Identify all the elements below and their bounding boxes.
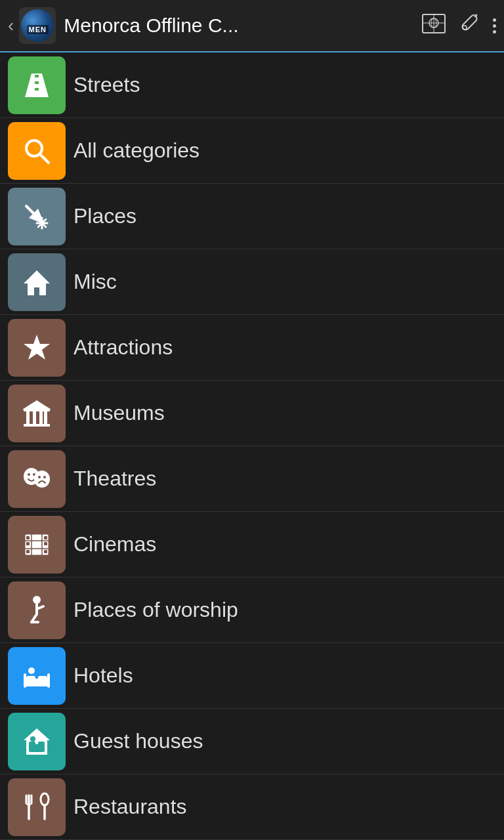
list-item[interactable]: Places [0, 184, 504, 249]
cinemas-label: Cinemas [74, 532, 156, 556]
svg-rect-25 [33, 411, 36, 424]
restaurant-icon [8, 778, 66, 836]
svg-rect-11 [35, 88, 39, 91]
svg-point-59 [30, 736, 35, 742]
list-item[interactable]: Attractions [0, 315, 504, 381]
category-list: Streets All categories Places [0, 52, 504, 840]
svg-point-63 [41, 793, 49, 805]
svg-rect-27 [44, 411, 47, 424]
svg-point-54 [28, 667, 35, 674]
list-item[interactable]: Misc [0, 249, 504, 315]
dot1 [493, 18, 496, 22]
svg-point-33 [38, 476, 41, 478]
list-item[interactable]: Theatres [0, 446, 504, 512]
guest-houses-label: Guest houses [74, 729, 203, 753]
svg-rect-23 [24, 410, 50, 411]
misc-label: Misc [74, 270, 117, 294]
cinema-icon [8, 516, 66, 574]
list-item[interactable]: Places of worship [0, 578, 504, 643]
streets-label: Streets [74, 73, 140, 97]
svg-rect-26 [39, 411, 43, 424]
map-icon[interactable] [422, 14, 446, 38]
list-item[interactable]: Guest houses [0, 709, 504, 774]
svg-point-30 [28, 473, 30, 476]
svg-marker-28 [22, 400, 51, 410]
all-categories-label: All categories [74, 138, 200, 163]
svg-rect-39 [26, 550, 30, 553]
dot3 [493, 30, 496, 33]
svg-rect-52 [24, 673, 26, 688]
svg-rect-50 [26, 676, 35, 682]
svg-rect-42 [44, 550, 47, 553]
worship-icon [8, 581, 66, 639]
attractions-label: Attractions [74, 335, 173, 360]
more-options-icon[interactable] [493, 18, 496, 33]
globe-icon: MEN [21, 9, 54, 42]
svg-point-32 [34, 471, 50, 488]
svg-marker-20 [24, 270, 50, 295]
app-title: Menorca Offline C... [64, 14, 422, 37]
svg-point-34 [43, 476, 46, 478]
museum-icon [8, 385, 66, 442]
svg-rect-24 [26, 411, 30, 424]
restaurants-label: Restaurants [74, 795, 187, 819]
svg-rect-10 [35, 81, 39, 84]
list-item[interactable]: Streets [0, 52, 504, 118]
list-item[interactable]: Cinemas [0, 512, 504, 578]
hotel-icon [8, 647, 66, 705]
header-actions [422, 13, 496, 39]
svg-rect-9 [35, 75, 39, 77]
wrench-icon[interactable] [459, 13, 480, 39]
app-logo: MEN [19, 7, 56, 44]
list-item[interactable]: Restaurants [0, 774, 504, 840]
svg-rect-57 [29, 742, 35, 747]
theatre-icon [8, 450, 66, 508]
svg-rect-51 [38, 676, 47, 682]
places-icon [8, 188, 66, 245]
theatres-label: Theatres [74, 467, 156, 491]
svg-rect-58 [38, 742, 45, 747]
list-item[interactable]: Museums [0, 381, 504, 446]
list-item[interactable]: All categories [0, 118, 504, 184]
hotels-label: Hotels [74, 663, 133, 688]
svg-rect-41 [44, 542, 47, 545]
svg-marker-21 [24, 335, 50, 360]
worship-label: Places of worship [74, 598, 238, 622]
back-arrow[interactable]: ‹ [8, 15, 14, 36]
list-item[interactable]: Hotels [0, 643, 504, 709]
places-label: Places [74, 204, 136, 228]
star-icon [8, 319, 66, 377]
road-icon [8, 56, 66, 114]
svg-rect-40 [44, 536, 47, 539]
home-icon [8, 253, 66, 311]
logo-text: MEN [27, 25, 49, 34]
search-icon [8, 122, 66, 180]
svg-rect-22 [24, 424, 50, 427]
dot2 [493, 24, 496, 28]
museums-label: Museums [74, 401, 165, 425]
svg-rect-53 [47, 673, 50, 688]
svg-line-13 [40, 154, 49, 163]
guesthouse-icon [8, 713, 66, 770]
app-header: ‹ MEN Menorca Offline C... [0, 0, 504, 52]
svg-point-5 [463, 26, 467, 30]
svg-rect-37 [26, 536, 30, 539]
svg-rect-38 [26, 542, 30, 545]
